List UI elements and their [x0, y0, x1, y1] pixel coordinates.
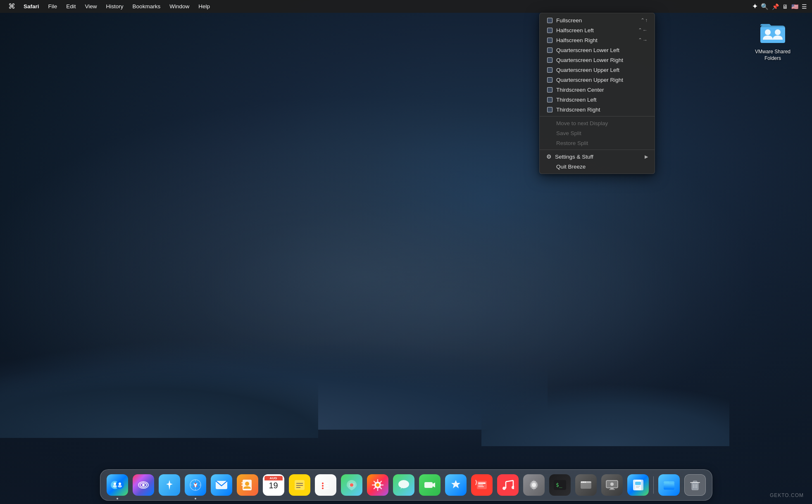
menubar-bookmarks[interactable]: Bookmarks: [129, 2, 165, 10]
menu-item-quarterscreen-lower-left[interactable]: Quarterscreen Lower Left: [540, 45, 655, 55]
dock-item-system-preferences[interactable]: [522, 473, 546, 497]
siri-icon: [133, 474, 154, 496]
menu-item-quarterscreen-upper-left[interactable]: Quarterscreen Upper Left: [540, 65, 655, 75]
apple-menu[interactable]: ⌘: [5, 1, 19, 12]
dock-item-reminders[interactable]: [314, 473, 338, 497]
appstore-icon: [445, 474, 467, 496]
menu-divider-1: [540, 116, 655, 116]
dock-item-trash[interactable]: [683, 473, 707, 497]
facetime-icon: [419, 474, 441, 496]
halfscreen-left-shortcut: ⌃←: [638, 27, 648, 33]
menubar-edit[interactable]: Edit: [62, 2, 80, 10]
svg-point-35: [398, 480, 409, 488]
menu-item-fullscreen[interactable]: Fullscreen ⌃↑: [540, 15, 655, 25]
svg-rect-20: [241, 485, 243, 486]
dock-item-news[interactable]: [470, 473, 494, 497]
search-icon[interactable]: 🔍: [761, 3, 769, 10]
dock-item-displaymenu[interactable]: [600, 473, 624, 497]
dock-item-terminal[interactable]: $_: [548, 473, 572, 497]
dock-item-maps[interactable]: [340, 473, 364, 497]
dock-item-appstore[interactable]: [444, 473, 468, 497]
svg-rect-58: [610, 488, 614, 489]
menu-item-save-split: Save Split: [540, 128, 655, 138]
dock-item-photos[interactable]: [366, 473, 390, 497]
dock-item-launchpad[interactable]: [157, 473, 181, 497]
menu-item-quarterscreen-upper-right[interactable]: Quarterscreen Upper Right: [540, 75, 655, 85]
dock-item-music[interactable]: [496, 473, 520, 497]
messages-icon: [393, 474, 414, 496]
svg-point-12: [142, 484, 145, 486]
svg-point-30: [322, 487, 324, 489]
dock-item-mail[interactable]: [210, 473, 233, 497]
dock-item-toolbox[interactable]: [574, 473, 598, 497]
menubar-view[interactable]: View: [81, 2, 101, 10]
save-split-icon: [546, 130, 553, 136]
dock-item-files[interactable]: [657, 473, 681, 497]
svg-point-34: [376, 483, 379, 487]
dock-item-safari[interactable]: [183, 473, 207, 497]
dock-item-messages[interactable]: [392, 473, 416, 497]
menu-item-quit[interactable]: Quit Breeze: [540, 162, 655, 171]
svg-rect-1: [760, 27, 785, 43]
fullscreen-icon: [546, 17, 553, 24]
menubar-window[interactable]: Window: [165, 2, 193, 10]
dock-item-address-book[interactable]: [236, 473, 260, 497]
menu-item-settings[interactable]: ⚙ Settings & Stuff ▶: [540, 152, 655, 162]
menu-item-thirdscreen-center[interactable]: Thirdscreen Center: [540, 85, 655, 95]
svg-point-60: [610, 483, 614, 486]
dock-item-preview[interactable]: [626, 473, 650, 497]
menubar-history[interactable]: History: [102, 2, 128, 10]
menubar: ⌘ Safari File Edit View History Bookmark…: [0, 0, 812, 13]
svg-point-9: [118, 485, 122, 487]
svg-rect-42: [478, 486, 484, 487]
svg-point-7: [119, 483, 121, 485]
svg-point-53: [581, 482, 582, 483]
vmware-shared-folders-icon[interactable]: VMware Shared Folders: [754, 17, 791, 62]
list-icon[interactable]: ☰: [802, 3, 807, 10]
safari-dot: [195, 498, 196, 499]
dune3: [481, 343, 729, 446]
thirdscreen-left-icon: [546, 96, 553, 103]
thirdscreen-center-icon: [546, 86, 553, 93]
svg-point-2: [765, 29, 771, 35]
dock-item-finder[interactable]: [105, 473, 129, 497]
menu-item-quarterscreen-lower-right[interactable]: Quarterscreen Lower Right: [540, 55, 655, 65]
submenu-arrow-icon: ▶: [645, 154, 648, 159]
menu-item-thirdscreen-right[interactable]: Thirdscreen Right: [540, 105, 655, 114]
svg-rect-41: [478, 485, 483, 485]
language-flag-icon[interactable]: 🇺🇸: [791, 3, 798, 10]
dock-item-siri[interactable]: [131, 473, 155, 497]
menu-item-thirdscreen-left[interactable]: Thirdscreen Left: [540, 95, 655, 105]
svg-point-6: [114, 483, 116, 485]
svg-rect-63: [635, 482, 641, 485]
svg-line-44: [506, 480, 513, 482]
gear-icon: ⚙: [546, 153, 552, 160]
menubar-file[interactable]: File: [44, 2, 62, 10]
finder-dot: [117, 498, 118, 499]
menubar-help[interactable]: Help: [194, 2, 214, 10]
svg-rect-71: [693, 481, 697, 483]
dock-item-calendar[interactable]: AUG 19: [262, 473, 286, 497]
screen-share-icon[interactable]: 🖥: [782, 3, 788, 10]
dock: AUG 19: [100, 469, 712, 501]
svg-rect-40: [478, 483, 486, 484]
bookmark-icon[interactable]: 📌: [772, 3, 779, 10]
quit-icon: [546, 163, 553, 170]
menu-item-restore-split: Restore Split: [540, 138, 655, 148]
preview-icon: [627, 474, 649, 496]
displaymenu-icon: [601, 474, 623, 496]
files-icon: [658, 474, 680, 496]
news-icon: [471, 474, 493, 496]
menu-item-halfscreen-left[interactable]: Halfscreen Left ⌃←: [540, 25, 655, 35]
menubar-safari[interactable]: Safari: [19, 2, 43, 10]
svg-rect-68: [664, 483, 674, 490]
menu-item-halfscreen-right[interactable]: Halfscreen Right ⌃→: [540, 35, 655, 45]
mail-icon: [211, 474, 232, 496]
svg-rect-59: [609, 489, 615, 490]
svg-point-8: [113, 485, 117, 487]
dock-item-notes[interactable]: [288, 473, 312, 497]
quarterscreen-lr-icon: [546, 57, 553, 63]
svg-text:$_: $_: [556, 482, 562, 488]
dock-item-facetime[interactable]: [418, 473, 442, 497]
breeze-menu-icon[interactable]: ✦: [752, 2, 757, 10]
